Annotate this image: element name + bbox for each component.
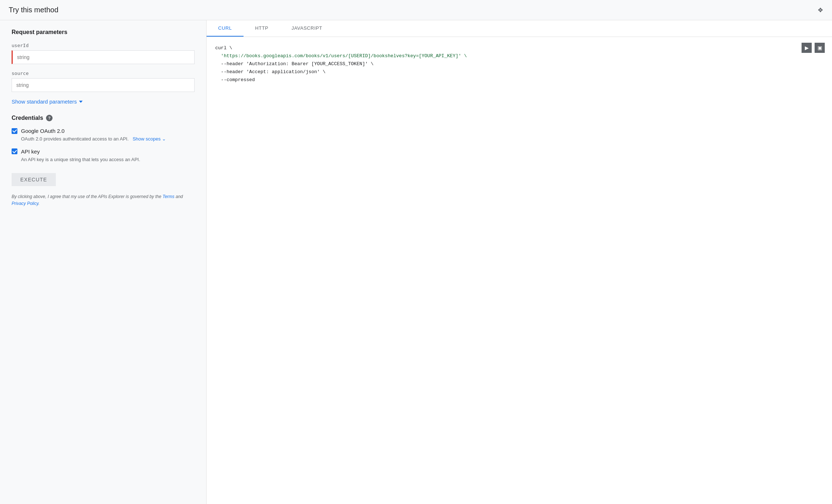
userid-input-wrapper [12, 50, 195, 64]
source-input-wrapper [12, 78, 195, 92]
apikey-desc: An API key is a unique string that lets … [21, 156, 195, 163]
show-standard-params-label: Show standard parameters [12, 98, 77, 105]
source-label: source [12, 71, 195, 76]
oauth-desc: OAuth 2.0 provides authenticated access … [21, 135, 195, 143]
code-area: ▶ ▣ curl \ 'https://books.googleapis.com… [207, 37, 832, 504]
code-block: curl \ 'https://books.googleapis.com/boo… [215, 44, 823, 84]
tabs-bar: cURL HTTP JAVASCRIPT [207, 20, 832, 37]
code-chat-button[interactable]: ▶ [802, 43, 812, 53]
credentials-header: Credentials ? [12, 115, 195, 121]
show-scopes-link[interactable]: Show scopes ⌄ [131, 136, 166, 142]
credentials-section: Credentials ? Google OAuth 2.0 OAuth 2.0… [12, 115, 195, 163]
app-container: Try this method ❖ Request parameters use… [0, 0, 832, 504]
code-copy-button[interactable]: ▣ [815, 43, 825, 53]
tab-curl[interactable]: cURL [207, 20, 244, 37]
code-toolbar: ▶ ▣ [802, 43, 825, 53]
chevron-down-icon [79, 101, 83, 103]
expand-icon[interactable]: ❖ [818, 6, 823, 14]
source-input[interactable] [12, 79, 194, 92]
execute-button[interactable]: EXECUTE [12, 173, 56, 186]
tab-http[interactable]: HTTP [244, 20, 280, 37]
apikey-checkbox[interactable] [12, 148, 17, 154]
main-content: Request parameters userId source Show st… [0, 20, 832, 504]
request-params-title: Request parameters [12, 29, 195, 35]
left-panel: Request parameters userId source Show st… [0, 20, 207, 504]
right-panel: cURL HTTP JAVASCRIPT ▶ ▣ curl \ 'https:/… [207, 20, 832, 504]
tab-javascript[interactable]: JAVASCRIPT [280, 20, 334, 37]
oauth-row: Google OAuth 2.0 [12, 128, 195, 134]
header: Try this method ❖ [0, 0, 832, 20]
apikey-name: API key [21, 148, 40, 155]
oauth-credential-item: Google OAuth 2.0 OAuth 2.0 provides auth… [12, 128, 195, 143]
oauth-name: Google OAuth 2.0 [21, 128, 65, 134]
help-icon[interactable]: ? [46, 115, 53, 121]
show-standard-params-link[interactable]: Show standard parameters [12, 98, 195, 105]
terms-link[interactable]: Terms [162, 194, 174, 199]
userid-label: userId [12, 43, 195, 48]
apikey-row: API key [12, 148, 195, 155]
oauth-checkbox[interactable] [12, 128, 17, 134]
disclaimer: By clicking above, I agree that my use o… [12, 193, 195, 207]
credentials-title: Credentials [12, 115, 43, 121]
apikey-credential-item: API key An API key is a unique string th… [12, 148, 195, 163]
privacy-link[interactable]: Privacy Policy [12, 201, 38, 206]
page-title: Try this method [9, 6, 58, 14]
userid-input[interactable] [13, 51, 194, 64]
